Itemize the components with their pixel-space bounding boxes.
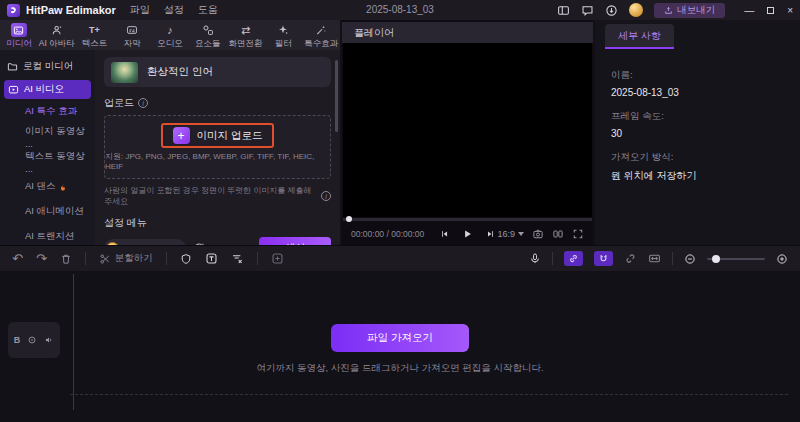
close-icon[interactable]: × (787, 5, 793, 16)
magnet-snap-icon[interactable] (594, 251, 613, 266)
fit-timeline-icon[interactable] (648, 252, 661, 265)
tab-transition[interactable]: ⇄ 화면전환 (227, 23, 265, 50)
sidebar-item-ai-animation[interactable]: AI 애니메이션 (0, 199, 95, 224)
feature-tabbar: 미디어 AI 아바타 T+ 텍스트 자막 ♪ 오디오 요소들 ⇄ 화면전환 필터 (0, 20, 340, 50)
remove-text-icon[interactable] (231, 252, 244, 265)
compound-clip-icon[interactable] (271, 252, 284, 265)
tab-label: 텍스트 (82, 38, 108, 50)
minimize-icon[interactable]: — (744, 7, 754, 14)
tab-effects[interactable]: 특수효과 (302, 23, 340, 50)
sidebar-item-label: 텍스트 동영상 ... (25, 150, 95, 174)
sidebar-item-label: AI 댄스 (25, 180, 56, 193)
chevron-down-icon (518, 232, 524, 236)
zoom-out-icon[interactable] (684, 253, 696, 265)
tab-label: AI 아바타 (39, 38, 75, 50)
timeline-area[interactable]: B 파일 가져오기 여기까지 동영상, 사진을 드래그하거나 가져오면 편집을 … (0, 272, 800, 422)
tab-elements[interactable]: 요소들 (189, 23, 227, 50)
link-clips-icon[interactable] (564, 251, 583, 266)
previous-frame-icon[interactable] (440, 229, 449, 239)
elements-icon (200, 23, 216, 37)
sidebar-item-ai-effects[interactable]: AI 특수 효과 (0, 99, 95, 124)
menu-help[interactable]: 도움 (198, 3, 218, 17)
magic-wand-icon (313, 23, 329, 37)
fire-icon (59, 182, 68, 192)
upload-button-label: 이미지 업로드 (197, 129, 263, 143)
ai-video-icon (8, 84, 19, 95)
export-label: 내보내기 (677, 4, 715, 17)
timeline-toolbar: ↶ ↷ 분할하기 (0, 245, 800, 271)
face-note-text: 사람의 얼굴이 포함된 경우 정면이 뚜렷한 이미지를 제출해 주세요 (104, 185, 318, 207)
info-icon[interactable]: i (321, 191, 331, 201)
document-title: 2025-08-13_03 (366, 4, 434, 15)
split-label: 분할하기 (115, 252, 153, 265)
menu-settings[interactable]: 설정 (164, 3, 184, 17)
import-files-button[interactable]: 파일 가져오기 (331, 324, 469, 352)
unlink-icon[interactable] (624, 252, 637, 265)
tab-label: 필터 (275, 38, 292, 50)
tab-label: 오디오 (157, 38, 183, 50)
name-label: 이름: (611, 69, 784, 82)
tab-details[interactable]: 세부 사항 (605, 24, 674, 49)
video-viewport[interactable] (343, 43, 592, 217)
panel-scrollbar[interactable] (335, 60, 338, 132)
aspect-ratio-select[interactable]: 16:9 (497, 229, 524, 239)
aspect-ratio-value: 16:9 (497, 229, 515, 239)
plus-icon: + (173, 127, 190, 144)
sidebar-item-ai-dance[interactable]: AI 댄스 (0, 174, 95, 199)
compare-split-icon[interactable] (552, 228, 564, 240)
titlebar: HitPaw Edimakor 파일 설정 도움 2025-08-13_03 내… (0, 0, 800, 20)
supported-formats-text: 지원: JPG, PNG, JPEG, BMP, WEBP, GIF, TIFF… (105, 151, 330, 171)
sidebar-item-label: AI 특수 효과 (25, 105, 77, 118)
download-update-icon[interactable] (605, 4, 618, 17)
tab-audio[interactable]: ♪ 오디오 (151, 23, 189, 50)
zoom-in-icon[interactable] (776, 253, 788, 265)
layout-panels-icon[interactable] (557, 4, 570, 17)
menu-file[interactable]: 파일 (130, 3, 150, 17)
player-title: 플레이어 (354, 26, 394, 40)
text-box-icon[interactable] (205, 252, 218, 265)
export-button[interactable]: 내보내기 (654, 3, 725, 18)
ai-avatar-icon (49, 23, 65, 37)
folder-icon (7, 61, 18, 72)
maximize-icon[interactable] (767, 7, 774, 14)
snapshot-icon[interactable] (532, 228, 544, 240)
upload-image-button[interactable]: + 이미지 업로드 (161, 123, 275, 148)
tab-media[interactable]: 미디어 (0, 23, 38, 50)
settings-menu-label: 설정 메뉴 (104, 216, 147, 230)
user-avatar[interactable] (629, 3, 643, 17)
shield-icon[interactable] (180, 253, 192, 265)
sidebar-item-local-media[interactable]: 로컬 미디어 (0, 57, 95, 76)
undo-icon[interactable]: ↶ (12, 251, 23, 266)
sidebar-item-image-to-video[interactable]: 이미지 동영상 ... (0, 124, 95, 149)
seek-bar[interactable] (343, 218, 592, 221)
sidebar-item-label: AI 비디오 (24, 83, 64, 96)
timeline-zoom-slider[interactable] (707, 258, 765, 260)
import-method-label: 가져오기 방식: (611, 151, 784, 164)
feedback-icon[interactable] (581, 4, 594, 17)
tab-text[interactable]: T+ 텍스트 (76, 23, 114, 50)
next-frame-icon[interactable] (486, 229, 495, 239)
media-icon (11, 23, 27, 37)
preset-card[interactable]: 환상적인 인어 (104, 57, 331, 87)
tab-label: 자막 (124, 38, 141, 50)
tab-label: 화면전환 (229, 38, 263, 50)
sidebar-item-ai-video[interactable]: AI 비디오 (4, 80, 91, 99)
import-method-value: 원 위치에 저장하기 (611, 169, 784, 183)
upload-dropzone[interactable]: + 이미지 업로드 지원: JPG, PNG, JPEG, BMP, WEBP,… (104, 115, 331, 179)
tab-filter[interactable]: 필터 (264, 23, 302, 50)
preset-thumbnail (111, 62, 138, 83)
details-panel: 세부 사항 이름: 2025-08-13_03 프레임 속도: 30 가져오기 … (595, 20, 800, 245)
sidebar-item-text-to-video[interactable]: 텍스트 동영상 ... (0, 149, 95, 174)
microphone-icon[interactable] (529, 252, 541, 265)
zoom-slider-knob[interactable] (712, 255, 720, 263)
preset-title: 환상적인 인어 (147, 65, 213, 79)
redo-icon[interactable]: ↷ (36, 251, 47, 266)
split-button[interactable]: 분할하기 (99, 252, 153, 265)
tab-ai-avatar[interactable]: AI 아바타 (38, 23, 76, 50)
sidebar-item-label: AI 애니메이션 (25, 205, 84, 218)
fullscreen-icon[interactable] (572, 228, 584, 240)
info-icon[interactable]: i (138, 98, 148, 108)
tab-subtitle[interactable]: 자막 (113, 23, 151, 50)
delete-icon[interactable] (60, 253, 72, 265)
play-icon[interactable] (462, 228, 473, 240)
